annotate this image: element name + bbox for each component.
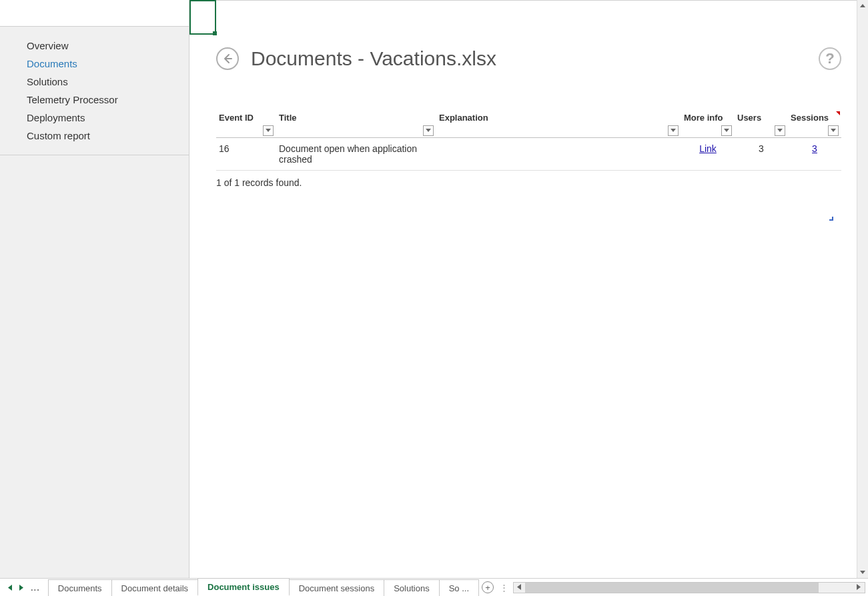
sheet-nav-prev[interactable] bbox=[8, 583, 13, 593]
hscroll-thumb[interactable] bbox=[525, 583, 819, 593]
sidebar: Overview Documents Solutions Telemetry P… bbox=[0, 0, 189, 578]
chevron-down-icon bbox=[831, 128, 836, 133]
col-users-label: Users bbox=[737, 113, 761, 123]
filter-title[interactable] bbox=[423, 125, 434, 136]
col-more-info: More info bbox=[681, 110, 735, 138]
triangle-right-icon bbox=[857, 584, 861, 590]
scroll-down-button[interactable] bbox=[857, 567, 868, 578]
chevron-down-icon bbox=[671, 128, 676, 133]
sheet-tabs: Documents Document details Document issu… bbox=[48, 579, 478, 596]
page-title: Documents - Vacations.xlsx bbox=[251, 47, 496, 70]
sidebar-lower-panel bbox=[0, 155, 189, 578]
sheet-tab-documents[interactable]: Documents bbox=[48, 579, 112, 596]
table-resize-handle[interactable] bbox=[829, 217, 833, 221]
chevron-up-icon bbox=[860, 3, 865, 9]
cell-more-info: Link bbox=[681, 138, 735, 171]
triangle-right-icon bbox=[19, 585, 24, 591]
col-title-label: Title bbox=[279, 113, 297, 123]
nav-item-documents[interactable]: Documents bbox=[0, 55, 189, 73]
scroll-left-button[interactable] bbox=[514, 584, 525, 591]
sheet-tab-bar: ... Documents Document details Document … bbox=[0, 578, 868, 596]
hscroll-track[interactable] bbox=[525, 583, 853, 593]
col-explanation: Explanation bbox=[436, 110, 681, 138]
cell-fill-handle[interactable] bbox=[213, 31, 217, 35]
nav-list: Overview Documents Solutions Telemetry P… bbox=[0, 27, 189, 155]
table-header-row: Event ID Title Explanation bbox=[216, 110, 841, 138]
question-icon: ? bbox=[825, 50, 834, 67]
filter-users[interactable] bbox=[775, 125, 785, 136]
sheet-nav-more[interactable]: ... bbox=[31, 583, 40, 593]
cell-explanation bbox=[436, 138, 681, 171]
sheet-tab-overflow[interactable]: So ... bbox=[439, 579, 479, 596]
sidebar-header bbox=[0, 0, 189, 27]
col-event-id: Event ID bbox=[216, 110, 276, 138]
filter-explanation[interactable] bbox=[668, 125, 679, 136]
tab-bar-drag-handle[interactable]: ⋮ bbox=[497, 579, 510, 596]
nav-item-telemetry-processor[interactable]: Telemetry Processor bbox=[0, 91, 189, 109]
nav-item-overview[interactable]: Overview bbox=[0, 37, 189, 55]
col-explanation-label: Explanation bbox=[439, 113, 488, 123]
scroll-track[interactable] bbox=[857, 11, 868, 567]
col-more-info-label: More info bbox=[684, 113, 723, 123]
col-sessions: Sessions bbox=[788, 110, 841, 138]
chevron-down-icon bbox=[426, 128, 431, 133]
nav-item-deployments[interactable]: Deployments bbox=[0, 109, 189, 127]
cell-event-id: 16 bbox=[216, 138, 276, 171]
triangle-left-icon bbox=[517, 584, 522, 590]
chevron-down-icon bbox=[860, 570, 865, 575]
horizontal-scrollbar[interactable] bbox=[513, 582, 865, 593]
col-sessions-label: Sessions bbox=[791, 113, 829, 123]
table-row: 16 Document open when application crashe… bbox=[216, 138, 841, 171]
cell-sessions: 3 bbox=[788, 138, 841, 171]
help-button[interactable]: ? bbox=[819, 47, 841, 70]
arrow-left-icon bbox=[222, 53, 234, 65]
events-table-container: Event ID Title Explanation bbox=[216, 110, 841, 171]
plus-icon: + bbox=[482, 581, 494, 593]
chevron-down-icon bbox=[266, 128, 271, 133]
filter-more-info[interactable] bbox=[721, 125, 732, 136]
scroll-right-button[interactable] bbox=[853, 584, 865, 591]
add-sheet-button[interactable]: + bbox=[478, 579, 497, 596]
sheet-tab-solutions[interactable]: Solutions bbox=[384, 579, 439, 596]
cell-users: 3 bbox=[735, 138, 788, 171]
comment-indicator-icon bbox=[836, 111, 840, 115]
page-header: Documents - Vacations.xlsx ? bbox=[189, 1, 868, 70]
active-cell-indicator[interactable] bbox=[189, 0, 216, 35]
cell-title: Document open when application crashed bbox=[276, 138, 436, 171]
col-title: Title bbox=[276, 110, 436, 138]
back-button[interactable] bbox=[216, 47, 239, 70]
col-event-id-label: Event ID bbox=[219, 113, 254, 123]
sheet-tab-document-issues[interactable]: Document issues bbox=[197, 578, 290, 596]
more-info-link[interactable]: Link bbox=[699, 143, 717, 154]
nav-item-custom-report[interactable]: Custom report bbox=[0, 127, 189, 145]
sheet-nav-next[interactable] bbox=[19, 583, 24, 593]
vertical-scrollbar[interactable] bbox=[857, 0, 868, 578]
sessions-link[interactable]: 3 bbox=[812, 143, 817, 154]
records-found-label: 1 of 1 records found. bbox=[216, 177, 841, 188]
chevron-down-icon bbox=[724, 128, 729, 133]
filter-event-id[interactable] bbox=[263, 125, 274, 136]
scroll-up-button[interactable] bbox=[857, 0, 868, 11]
sheet-tab-document-sessions[interactable]: Document sessions bbox=[289, 579, 384, 596]
col-users: Users bbox=[735, 110, 788, 138]
triangle-left-icon bbox=[8, 585, 13, 591]
sheet-nav-controls: ... bbox=[0, 579, 48, 596]
sheet-tab-document-details[interactable]: Document details bbox=[111, 579, 198, 596]
main-content: Documents - Vacations.xlsx ? Event ID bbox=[189, 0, 868, 578]
chevron-down-icon bbox=[777, 128, 783, 133]
nav-item-solutions[interactable]: Solutions bbox=[0, 73, 189, 91]
events-table: Event ID Title Explanation bbox=[216, 110, 841, 171]
filter-sessions[interactable] bbox=[828, 125, 839, 136]
